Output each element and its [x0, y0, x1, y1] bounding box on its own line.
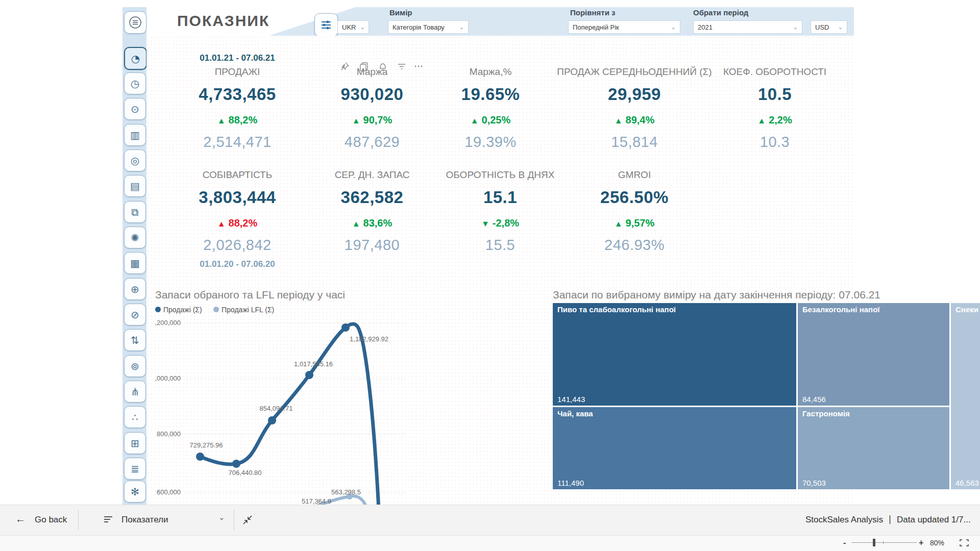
kpi-delta: ▲88,2%: [161, 212, 314, 236]
page-title: ПОКАЗНИКИ: [177, 12, 282, 30]
hamburger-icon: [128, 15, 142, 30]
report-icon: ▤: [130, 181, 140, 191]
kpi-card-turnover-days: ОБОРОТНІСТЬ В ДНЯХ 15.1 ▼-2,8% 15.5: [424, 169, 577, 254]
page-chevron-icon[interactable]: ⌄: [218, 513, 225, 522]
sales-series-line: [200, 324, 379, 505]
language-dropdown[interactable]: UKR⌄: [337, 20, 369, 34]
kpi-delta: ▲88,2%: [161, 109, 314, 133]
data-label: 1,182,929.92: [350, 335, 388, 343]
sales-series-point[interactable]: [196, 453, 204, 461]
sidebar-item-hierarchy[interactable]: ⋔: [124, 381, 146, 403]
zoom-slider-tick: [883, 541, 884, 544]
treemap-tile-snacks[interactable]: Снеки 46,563: [951, 303, 980, 489]
sales-series-point[interactable]: [232, 460, 240, 468]
legend-item[interactable]: Продажі (Σ): [155, 306, 202, 314]
y-tick: 1,200,000: [155, 319, 181, 327]
sidebar-item-report[interactable]: ▤: [124, 175, 146, 197]
currency-dropdown[interactable]: USD⌄: [811, 20, 847, 34]
pages-list-icon[interactable]: [103, 515, 114, 526]
arrow-up-icon: ▲: [615, 219, 623, 228]
sidebar-item-kpi[interactable]: ◔: [124, 47, 147, 70]
hierarchy-icon: ⋔: [131, 387, 139, 397]
arrows-updown-icon: ⇅: [131, 335, 139, 345]
collapse-icon[interactable]: [242, 514, 253, 528]
kpi-card-sales: ПРОДАЖІ 4,733,465 ▲88,2% 2,514,471: [161, 66, 314, 151]
arrow-down-icon: ▼: [481, 219, 489, 228]
zoom-slider-handle[interactable]: [873, 539, 875, 546]
calendar-icon: ▦: [130, 258, 140, 268]
zoom-slider-track[interactable]: [851, 542, 917, 543]
treemap-tile-soft-drinks[interactable]: Безалкогольні напої 84,456: [798, 303, 949, 406]
menu-button[interactable]: [124, 11, 146, 34]
sidebar-item-finance-person[interactable]: ⊚: [124, 355, 146, 377]
treemap-tile-tea-coffee[interactable]: Чай, кава 111,490: [553, 407, 796, 489]
bar-chart-icon: ▥: [130, 130, 140, 140]
sidebar-item-structure[interactable]: ⧉: [124, 201, 146, 223]
line-chart-title: Запаси обраного та LFL періоду у часі: [155, 289, 345, 301]
sidebar-item-process[interactable]: ⊞: [124, 432, 146, 454]
sidebar-item-targets[interactable]: ◎: [124, 149, 146, 171]
chevron-down-icon: ⌄: [459, 24, 464, 31]
zoom-out-button[interactable]: -: [843, 538, 846, 547]
sales-series-point[interactable]: [268, 416, 276, 424]
sidebar-item-wheel[interactable]: ✺: [124, 227, 146, 248]
y-tick: 1,000,000: [155, 374, 181, 382]
sidebar-item-movement[interactable]: ⇅: [124, 329, 146, 351]
fit-to-page-icon[interactable]: [959, 539, 970, 549]
kpi-previous-value: 2,514,471: [161, 133, 314, 151]
kpi-value: 4,733,465: [161, 81, 314, 109]
sidebar-item-audit[interactable]: ⊘: [124, 304, 146, 325]
treemap-tile-gastronomy[interactable]: Гастрономія 70,503: [798, 407, 949, 489]
go-back-button[interactable]: Go back: [35, 515, 67, 525]
data-updated-label: Data updated 1/7...: [897, 515, 971, 525]
sidebar-item-search-analytics[interactable]: ⊙: [124, 98, 146, 120]
kpi-value: 15.1: [424, 184, 577, 212]
person-coins-icon: ⊚: [131, 361, 139, 371]
sidebar-item-global[interactable]: ⊕: [124, 278, 146, 300]
period-label: Обрати період: [693, 8, 748, 17]
kpi-card-cost: СОБІВАРТІСТЬ 3,803,444 ▲88,2% 2,026,842: [161, 169, 314, 254]
previous-period-date: 01.01.20 - 07.06.20: [161, 259, 314, 269]
page-selector[interactable]: Показатели: [121, 515, 168, 525]
dimension-dropdown[interactable]: Категорія Товару⌄: [388, 20, 469, 34]
search-pie-icon: ⊙: [131, 104, 139, 114]
compare-label: Порівняти з: [570, 8, 616, 17]
globe-icon: ⊕: [131, 284, 139, 294]
structure-icon: ⧉: [131, 207, 138, 217]
footer-separator: |: [889, 513, 891, 524]
kpi-previous-value: 246.93%: [558, 236, 711, 254]
arrow-up-icon: ▲: [352, 219, 360, 228]
sidebar-item-documents[interactable]: ≣: [124, 458, 146, 480]
data-label: 517,364.9: [302, 497, 331, 505]
data-label: 563,298.5: [331, 488, 361, 496]
sales-series-point[interactable]: [341, 323, 350, 332]
sidebar-item-planning[interactable]: ▦: [124, 252, 146, 274]
chevron-down-icon: ⌄: [671, 24, 676, 31]
sales-series-point[interactable]: [305, 371, 313, 379]
line-chart[interactable]: 1,200,000 1,000,000 800,000 600,000 729,…: [155, 315, 410, 505]
treemap-chart: Пиво та слабоалкогольні напої 141,443 Ча…: [553, 303, 980, 489]
kpi-previous-value: 15.5: [424, 236, 577, 254]
footer-divider: [78, 510, 79, 530]
filter-settings-button[interactable]: [314, 13, 338, 37]
tile-value: 70,503: [802, 479, 826, 487]
sidebar-item-team[interactable]: ∴: [124, 406, 146, 428]
back-arrow-icon[interactable]: ←: [15, 513, 26, 525]
kpi-delta: ▲9,57%: [558, 212, 711, 236]
app-title: StockSales Analysis: [805, 515, 883, 525]
sidebar-item-settings[interactable]: ✻: [124, 481, 146, 503]
compare-dropdown[interactable]: Попередній Рік⌄: [568, 20, 680, 34]
legend-item[interactable]: Продажі LFL (Σ): [213, 306, 274, 314]
sidebar-item-bar-chart[interactable]: ▥: [124, 124, 146, 146]
sidebar-item-trends[interactable]: ◷: [124, 72, 146, 94]
tile-value: 46,563: [955, 479, 979, 487]
treemap-tile-beer[interactable]: Пиво та слабоалкогольні напої 141,443: [553, 303, 796, 406]
zoom-in-button[interactable]: +: [919, 538, 923, 547]
tile-label: Снеки: [955, 305, 978, 314]
process-icon: ⊞: [131, 438, 139, 448]
data-label: 1,017,555.16: [294, 360, 333, 368]
people-icon: ∴: [132, 412, 138, 422]
kpi-title: КОЕФ. ОБОРОТНОСТІ: [698, 66, 851, 81]
dashboard-screen: ◔ ◷ ⊙ ▥ ◎ ▤ ⧉ ✺ ▦ ⊕ ⊘ ⇅ ⊚ ⋔ ∴ ⊞ ≣ ✻ ПОКА…: [0, 0, 980, 551]
period-dropdown[interactable]: 2021⌄: [693, 20, 802, 34]
